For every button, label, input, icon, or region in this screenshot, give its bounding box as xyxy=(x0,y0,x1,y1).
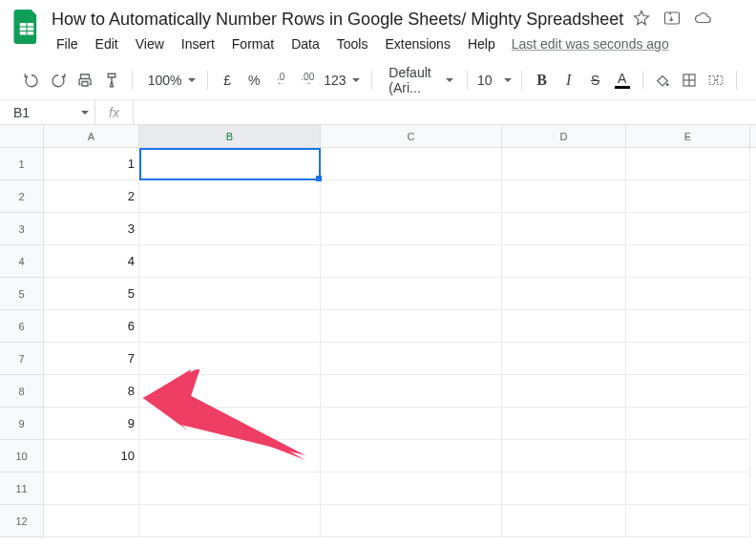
cell[interactable]: 8 xyxy=(44,375,139,408)
cell[interactable] xyxy=(502,278,626,310)
cell[interactable] xyxy=(321,440,502,472)
cell[interactable] xyxy=(321,310,502,343)
menu-tools[interactable]: Tools xyxy=(330,32,375,55)
cell[interactable] xyxy=(626,472,750,505)
cell[interactable] xyxy=(502,408,626,440)
zoom-select[interactable]: 100% xyxy=(140,73,200,88)
column-header-e[interactable]: E xyxy=(626,125,750,147)
cell[interactable] xyxy=(502,180,626,213)
cell[interactable]: 4 xyxy=(44,245,139,278)
cell[interactable] xyxy=(626,148,750,180)
cell[interactable] xyxy=(321,245,502,278)
row-header[interactable]: 11 xyxy=(0,472,44,505)
cell[interactable] xyxy=(321,375,502,408)
column-header-d[interactable]: D xyxy=(502,125,626,147)
cell[interactable] xyxy=(139,310,321,343)
menu-view[interactable]: View xyxy=(129,32,171,55)
cell[interactable]: 2 xyxy=(44,180,139,213)
row-header[interactable]: 3 xyxy=(0,213,44,245)
spreadsheet-grid[interactable]: A B C D E 11223344556677889910101112 xyxy=(0,125,756,537)
menu-format[interactable]: Format xyxy=(225,32,281,55)
cell[interactable] xyxy=(139,408,321,440)
row-header[interactable]: 10 xyxy=(0,440,44,472)
row-header[interactable]: 7 xyxy=(0,343,44,375)
cell[interactable]: 1 xyxy=(44,148,139,180)
select-all-corner[interactable] xyxy=(0,125,44,147)
cell[interactable] xyxy=(321,180,502,213)
column-header-a[interactable]: A xyxy=(44,125,139,147)
row-header[interactable]: 12 xyxy=(0,505,44,537)
cell[interactable] xyxy=(321,343,502,375)
cell[interactable] xyxy=(502,213,626,245)
cell[interactable] xyxy=(502,343,626,375)
cell[interactable] xyxy=(626,343,750,375)
cell[interactable]: 10 xyxy=(44,440,139,472)
cell[interactable] xyxy=(626,278,750,310)
cell[interactable] xyxy=(139,245,321,278)
menu-file[interactable]: File xyxy=(50,32,85,55)
menu-help[interactable]: Help xyxy=(461,32,502,55)
column-header-c[interactable]: C xyxy=(321,125,502,147)
last-edit-link[interactable]: Last edit was seconds ago xyxy=(512,36,669,52)
cell[interactable] xyxy=(44,505,139,537)
cell[interactable] xyxy=(626,180,750,213)
currency-button[interactable]: £ xyxy=(215,68,240,93)
cell[interactable]: 6 xyxy=(44,310,139,343)
menu-insert[interactable]: Insert xyxy=(175,32,221,55)
cell[interactable] xyxy=(321,472,502,505)
row-header[interactable]: 4 xyxy=(0,245,44,278)
row-header[interactable]: 9 xyxy=(0,408,44,440)
cell[interactable]: 5 xyxy=(44,278,139,310)
cell[interactable] xyxy=(139,148,321,180)
cell[interactable] xyxy=(321,278,502,310)
cell[interactable] xyxy=(502,505,626,537)
menu-extensions[interactable]: Extensions xyxy=(378,32,456,55)
move-icon[interactable] xyxy=(663,10,681,30)
cell[interactable] xyxy=(626,245,750,278)
cell[interactable] xyxy=(502,245,626,278)
name-box[interactable]: B1 xyxy=(0,100,95,124)
cell[interactable] xyxy=(502,375,626,408)
sheets-logo[interactable] xyxy=(8,8,46,46)
text-color-button[interactable]: A xyxy=(610,68,635,93)
cell[interactable] xyxy=(626,310,750,343)
cell[interactable] xyxy=(321,505,502,537)
row-header[interactable]: 6 xyxy=(0,310,44,343)
undo-button[interactable] xyxy=(19,68,44,93)
strikethrough-button[interactable]: S xyxy=(583,68,608,93)
row-header[interactable]: 2 xyxy=(0,180,44,213)
star-icon[interactable] xyxy=(633,10,650,30)
cell[interactable] xyxy=(626,213,750,245)
borders-button[interactable] xyxy=(677,68,702,93)
italic-button[interactable]: I xyxy=(556,68,581,93)
cell[interactable] xyxy=(626,440,750,472)
cell[interactable] xyxy=(321,148,502,180)
cell[interactable] xyxy=(139,472,321,505)
cell[interactable] xyxy=(139,278,321,310)
cell[interactable] xyxy=(139,343,321,375)
more-formats-button[interactable]: 123 xyxy=(322,73,363,88)
cell[interactable] xyxy=(502,472,626,505)
font-select[interactable]: Default (Ari... xyxy=(379,68,459,93)
cell[interactable] xyxy=(139,505,321,537)
row-header[interactable]: 1 xyxy=(0,148,44,180)
redo-button[interactable] xyxy=(46,68,71,93)
cell[interactable] xyxy=(626,505,750,537)
cell[interactable] xyxy=(321,408,502,440)
cell[interactable] xyxy=(502,310,626,343)
fill-color-button[interactable] xyxy=(650,68,675,93)
bold-button[interactable]: B xyxy=(530,68,555,93)
row-header[interactable]: 8 xyxy=(0,375,44,408)
cell[interactable] xyxy=(139,180,321,213)
cell[interactable] xyxy=(139,375,321,408)
column-header-b[interactable]: B xyxy=(139,125,321,147)
row-header[interactable]: 5 xyxy=(0,278,44,310)
cell[interactable] xyxy=(502,148,626,180)
cell[interactable] xyxy=(626,408,750,440)
percent-button[interactable]: % xyxy=(242,68,266,93)
cell[interactable]: 9 xyxy=(44,408,139,440)
increase-decimal-button[interactable]: .00→ xyxy=(295,68,320,93)
paint-format-button[interactable] xyxy=(99,68,124,93)
cell[interactable]: 3 xyxy=(44,213,139,245)
cell[interactable] xyxy=(321,213,502,245)
